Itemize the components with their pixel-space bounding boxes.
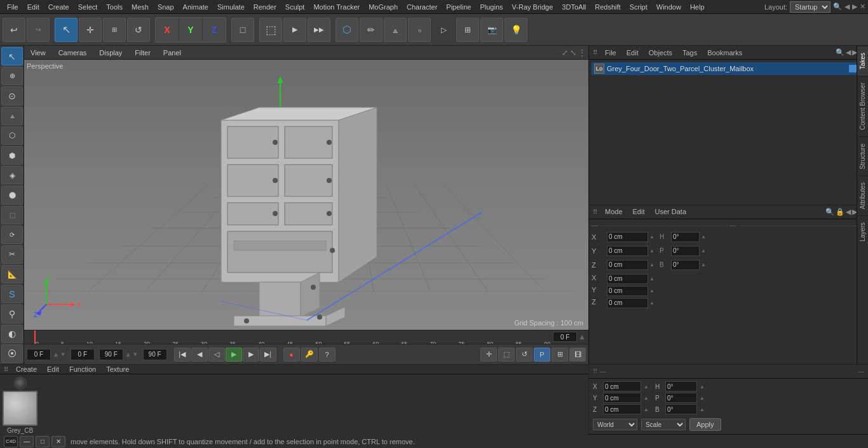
sculpt-brush-button[interactable]: ⦿ (1, 344, 23, 363)
paint-button[interactable]: S (1, 285, 23, 303)
live-selection-button[interactable]: ⬤ (1, 186, 23, 204)
attr-p-input[interactable] (671, 246, 700, 256)
attr-back-icon[interactable]: ◀ (846, 208, 851, 216)
y-axis-button[interactable]: Y (179, 18, 202, 42)
anim-tool-pb[interactable]: 🎞 (569, 348, 586, 362)
attr-y-pos-input[interactable] (607, 246, 648, 256)
attr-x2-input[interactable] (607, 274, 648, 284)
layout-close-icon[interactable]: ✕ (860, 3, 865, 11)
menu-select[interactable]: Select (74, 2, 102, 12)
obj-back-icon[interactable]: ◀ (846, 48, 851, 57)
magnet-button[interactable]: ⚲ (1, 304, 23, 323)
rotate-tool-button[interactable]: ↺ (127, 18, 150, 42)
selection-tool-pb[interactable]: ⬚ (498, 348, 515, 362)
attr-b-input[interactable] (671, 260, 700, 270)
tab-attributes[interactable]: Attributes (857, 175, 868, 215)
select-tool-button[interactable]: ↖ (55, 18, 78, 42)
menu-edit[interactable]: Edit (23, 2, 44, 12)
material-thumb-grey-cb[interactable] (3, 391, 37, 426)
vp-view-menu[interactable]: View (27, 48, 50, 57)
keyframe-button[interactable]: ? (319, 348, 336, 362)
attr-z-pos-input[interactable] (607, 260, 648, 270)
scene-tool-button[interactable]: ▷ (432, 18, 455, 42)
attr-edit-menu[interactable]: Edit (630, 207, 648, 216)
redo-button[interactable]: ↪ (27, 18, 50, 42)
scale-select[interactable]: Scale Size (641, 419, 686, 430)
vp-cameras-menu[interactable]: Cameras (55, 48, 91, 57)
start-frame-input[interactable] (27, 349, 51, 360)
attr-z2-arrow[interactable]: ▲ (649, 300, 654, 306)
mat-texture-menu[interactable]: Texture (104, 365, 132, 374)
attr-x-pos-arrow[interactable]: ▲ (649, 234, 654, 240)
menu-pipeline[interactable]: Pipeline (442, 2, 475, 12)
attr-userdata-menu[interactable]: User Data (653, 207, 689, 216)
end-up-arrow[interactable]: ▲ (125, 351, 132, 358)
status-close-icon[interactable]: ✕ (51, 436, 65, 447)
menu-vray[interactable]: V-Ray Bridge (508, 2, 558, 12)
brush-tool-button[interactable]: ⊙ (1, 86, 23, 105)
z-axis-button[interactable]: Z (203, 18, 226, 42)
attr-x2-arrow[interactable]: ▲ (649, 276, 654, 282)
record-button[interactable]: ● (283, 348, 300, 362)
play-reverse-button[interactable]: ◁ (208, 348, 225, 362)
spline-tool-button[interactable]: ⟁ (384, 18, 407, 42)
pose-tool-pb[interactable]: P (534, 348, 550, 362)
spline-sidebar-button[interactable]: ⟁ (1, 107, 23, 125)
layout-select[interactable]: Startup (790, 1, 831, 13)
menu-snap[interactable]: Snap (153, 2, 179, 12)
start-up-arrow[interactable]: ▲ (53, 351, 59, 358)
coord-b-arrow[interactable]: ▲ (700, 407, 705, 412)
menu-mesh[interactable]: Mesh (127, 2, 153, 12)
vp-arrows-icon[interactable]: ⤢ (562, 48, 568, 57)
play-button[interactable]: ▶ (226, 348, 242, 362)
menu-redshift[interactable]: Redshift (590, 2, 625, 12)
menu-plugins[interactable]: Plugins (475, 2, 507, 12)
edge-button[interactable]: ⬢ (1, 146, 23, 165)
mat-function-menu[interactable]: Function (67, 365, 98, 374)
camera-tool-button[interactable]: 📷 (480, 18, 503, 42)
render-region-button[interactable]: ⬚ (259, 18, 282, 42)
attr-y2-input[interactable] (607, 286, 648, 296)
layout-back-icon[interactable]: ◀ (844, 3, 850, 11)
step-fwd-button[interactable]: ▶ (243, 348, 259, 362)
object-tool-button[interactable]: ⊕ (1, 67, 23, 85)
layout-search-icon[interactable]: 🔍 (833, 3, 842, 11)
polygon-button[interactable]: ⬡ (1, 126, 23, 145)
status-cinema4d-icon[interactable]: C4D (4, 436, 18, 447)
render-preview-button[interactable]: ▶ (283, 18, 306, 42)
attr-search-icon[interactable]: 🔍 (825, 208, 834, 216)
knife-button[interactable]: ✂ (1, 245, 23, 264)
timeline-arrow-up[interactable]: ▲ (578, 332, 586, 341)
pen-tool-button[interactable]: ✏ (360, 18, 383, 42)
status-minimize-icon[interactable]: — (20, 436, 34, 447)
coord-y-arrow[interactable]: ▲ (644, 395, 649, 401)
menu-create[interactable]: Create (44, 2, 74, 12)
undo-button[interactable]: ↩ (3, 18, 25, 42)
rect-selection-button[interactable]: ⬚ (1, 206, 23, 224)
attr-z-pos-arrow[interactable]: ▲ (649, 262, 654, 268)
coord-b-input[interactable] (665, 404, 697, 414)
attr-mode-menu[interactable]: Mode (602, 207, 625, 216)
tab-structure[interactable]: Structure (857, 137, 868, 176)
step-back-button[interactable]: ◀ (191, 348, 208, 362)
end-frame2-input[interactable] (143, 349, 167, 360)
deform-tool-button[interactable]: ⬦ (408, 18, 431, 42)
go-to-start-button[interactable]: |◀ (174, 348, 191, 362)
menu-simulate[interactable]: Simulate (213, 2, 249, 12)
auto-key-button[interactable]: 🔑 (301, 348, 318, 362)
menu-motion-tracker[interactable]: Motion Tracker (309, 2, 364, 12)
attr-b-arrow[interactable]: ▲ (701, 262, 706, 268)
start-down-arrow[interactable]: ▼ (60, 351, 66, 358)
status-window-icon[interactable]: □ (36, 436, 50, 447)
attr-x-pos-input[interactable] (607, 232, 648, 242)
loop-selection-button[interactable]: ⟳ (1, 226, 23, 244)
current-frame-input[interactable] (553, 332, 577, 342)
mat-edit-menu[interactable]: Edit (44, 365, 62, 374)
coord-h-arrow[interactable]: ▲ (700, 384, 705, 390)
x-axis-button[interactable]: X (156, 18, 179, 42)
coord-x-arrow[interactable]: ▲ (644, 384, 649, 390)
obj-tags-menu[interactable]: Tags (680, 48, 700, 57)
menu-animate[interactable]: Animate (179, 2, 213, 12)
object-mode-button[interactable]: □ (231, 18, 254, 42)
move-tool-button[interactable]: ✛ (79, 18, 102, 42)
